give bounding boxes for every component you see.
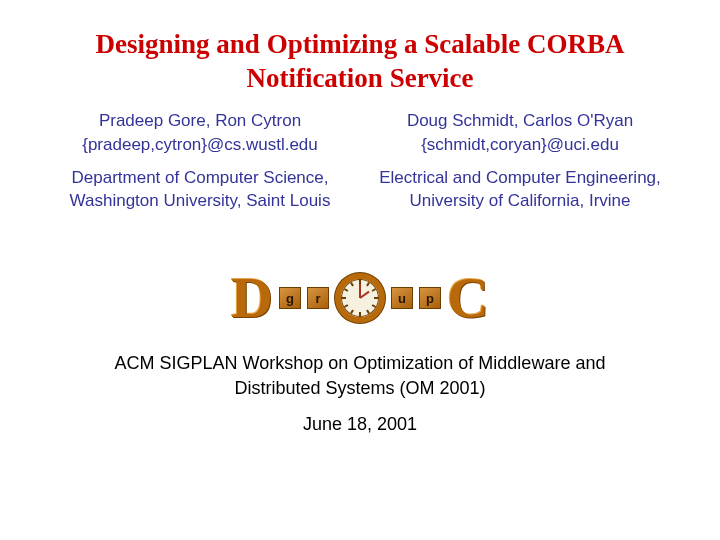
logo-box-u: u — [391, 287, 413, 309]
footer-date: June 18, 2001 — [0, 412, 720, 436]
author-left-dept: Department of Computer Science, Washingt… — [55, 167, 345, 213]
author-right: Doug Schmidt, Carlos O'Ryan {schmidt,cor… — [375, 110, 665, 214]
logo-box-p: p — [419, 287, 441, 309]
logo-box-g: g — [279, 287, 301, 309]
author-left-names: Pradeep Gore, Ron Cytron — [55, 110, 345, 133]
authors-row: Pradeep Gore, Ron Cytron {pradeep,cytron… — [0, 110, 720, 214]
clock-icon — [335, 273, 385, 323]
author-right-email: {schmidt,coryan}@uci.edu — [375, 134, 665, 157]
author-right-dept: Electrical and Computer Engineering, Uni… — [375, 167, 665, 213]
doc-group-logo: D g r u p C — [0, 269, 720, 327]
author-right-names: Doug Schmidt, Carlos O'Ryan — [375, 110, 665, 133]
footer-venue: ACM SIGPLAN Workshop on Optimization of … — [0, 351, 720, 400]
logo-box-r: r — [307, 287, 329, 309]
logo-letter-d: D — [231, 269, 273, 327]
author-left: Pradeep Gore, Ron Cytron {pradeep,cytron… — [55, 110, 345, 214]
logo-letter-c: C — [447, 269, 489, 327]
slide-title: Designing and Optimizing a Scalable CORB… — [0, 0, 720, 110]
author-left-email: {pradeep,cytron}@cs.wustl.edu — [55, 134, 345, 157]
